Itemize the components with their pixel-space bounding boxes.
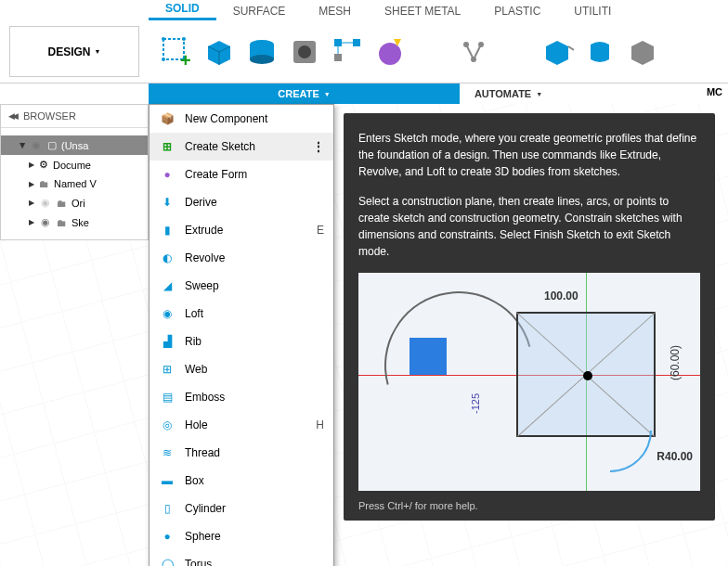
component-icon: ▢ <box>47 139 57 151</box>
tree-item-named-views[interactable]: ▶ 🖿 Named V <box>1 174 148 193</box>
tab-sheet-metal[interactable]: SHEET METAL <box>368 2 477 20</box>
dim-left: -125 <box>470 393 481 414</box>
menu-label: Sweep <box>185 279 219 292</box>
menu-torus[interactable]: ◯Torus <box>150 550 333 566</box>
sketch-tool-icon[interactable]: + <box>158 33 195 71</box>
tab-utilities[interactable]: UTILITI <box>557 2 628 20</box>
tree-label: Ske <box>72 217 89 228</box>
menu-label: Emboss <box>185 391 225 404</box>
menu-label: Create Form <box>185 168 247 181</box>
tooltip-para1: Enters Sketch mode, where you create geo… <box>358 130 700 180</box>
menu-label: Thread <box>185 446 220 459</box>
plastic-rib-icon[interactable] <box>624 33 661 71</box>
panel-bar: CREATE AUTOMATE MC <box>0 84 728 104</box>
menu-cylinder[interactable]: ▯Cylinder <box>150 495 333 522</box>
menu-label: Hole <box>185 418 208 431</box>
emboss-icon: ▤ <box>159 389 176 405</box>
dim-radius: R40.00 <box>656 450 693 463</box>
menu-revolve[interactable]: ◐Revolve <box>150 244 333 272</box>
ribbon-tabs: SOLID SURFACE MESH SHEET METAL PLASTIC U… <box>0 0 728 20</box>
svg-point-8 <box>250 55 274 64</box>
visibility-icon[interactable]: ◉ <box>39 216 52 228</box>
automate-icon[interactable] <box>455 33 492 71</box>
visibility-hidden-icon[interactable]: ◉ <box>39 197 52 209</box>
tree-label: (Unsa <box>61 140 88 151</box>
tooltip-panel: Enters Sketch mode, where you create geo… <box>344 113 715 521</box>
tooltip-para2: Select a construction plane, then create… <box>358 193 700 260</box>
derive-icon: ⬇ <box>159 194 176 211</box>
tree-item-origin[interactable]: ▶ ◉ 🖿 Ori <box>1 193 148 212</box>
menu-derive[interactable]: ⬇Derive <box>150 188 333 216</box>
solid-tools: + <box>149 20 418 83</box>
rib-icon: ▟ <box>159 333 176 350</box>
browser-header[interactable]: BROWSER <box>1 105 148 128</box>
design-workspace-button[interactable]: DESIGN <box>9 26 139 77</box>
menu-extrude[interactable]: ▮ExtrudeE <box>150 216 333 244</box>
box-tool-icon[interactable] <box>201 33 238 71</box>
tree-root[interactable]: ▶ ◉ ▢ (Unsa <box>1 135 148 155</box>
svg-point-16 <box>379 43 401 65</box>
expand-icon: ▶ <box>29 180 34 188</box>
menu-label: Rib <box>185 335 202 348</box>
tab-surface[interactable]: SURFACE <box>216 2 303 20</box>
menu-label: Extrude <box>185 224 223 237</box>
pattern-tool-icon[interactable] <box>329 33 366 71</box>
browser-panel: BROWSER ▶ ◉ ▢ (Unsa ▶ ⚙ Docume ▶ 🖿 Named… <box>0 104 149 240</box>
workspace-canvas[interactable]: BROWSER ▶ ◉ ▢ (Unsa ▶ ⚙ Docume ▶ 🖿 Named… <box>0 104 728 566</box>
shortcut-label: E <box>317 224 324 237</box>
visibility-icon[interactable]: ◉ <box>30 139 43 151</box>
menu-loft[interactable]: ◉Loft <box>150 300 333 328</box>
tab-solid[interactable]: SOLID <box>149 0 216 20</box>
tree-label: Docume <box>53 160 91 171</box>
menu-web[interactable]: ⊞Web <box>150 355 333 383</box>
svg-point-10 <box>298 45 311 58</box>
tree-item-document[interactable]: ▶ ⚙ Docume <box>1 155 148 174</box>
svg-text:+: + <box>180 50 191 69</box>
menu-label: Torus <box>185 558 212 566</box>
menu-sweep[interactable]: ◢Sweep <box>150 272 333 300</box>
automate-panel-button[interactable]: AUTOMATE <box>460 84 557 104</box>
tab-mesh[interactable]: MESH <box>302 2 368 20</box>
menu-new-component[interactable]: 📦New Component <box>150 105 333 133</box>
sphere-icon: ● <box>159 528 176 545</box>
expand-icon: ▶ <box>29 218 34 226</box>
menu-thread[interactable]: ≋Thread <box>150 439 333 467</box>
revolve-icon: ◐ <box>159 250 176 266</box>
plastic-box-icon[interactable] <box>539 33 576 71</box>
menu-create-form[interactable]: ●Create Form <box>150 161 333 188</box>
form-tool-icon[interactable] <box>371 33 409 71</box>
sweep-icon: ◢ <box>159 277 176 294</box>
menu-label: Revolve <box>185 251 225 264</box>
plastic-shell-icon[interactable] <box>581 33 618 71</box>
hole-icon: ◎ <box>159 417 176 433</box>
tree-item-sketches[interactable]: ▶ ◉ 🖿 Ske <box>1 212 148 232</box>
menu-label: New Component <box>185 112 267 125</box>
menu-label: Sphere <box>185 530 221 543</box>
menu-label: Derive <box>185 196 217 209</box>
menu-hole[interactable]: ◎HoleH <box>150 411 333 439</box>
menu-label: Loft <box>185 307 203 320</box>
expand-icon: ▶ <box>19 143 27 148</box>
gear-icon: ⚙ <box>39 159 48 171</box>
svg-rect-11 <box>334 39 342 46</box>
svg-rect-12 <box>334 54 342 61</box>
tooltip-preview-image: 100.00 (60.00) R40.00 -125 <box>358 273 700 491</box>
expand-icon: ▶ <box>29 161 34 169</box>
cylinder-tool-icon[interactable] <box>243 33 280 71</box>
menu-box[interactable]: ▬Box <box>150 467 333 495</box>
thread-icon: ≋ <box>159 444 176 461</box>
new-component-icon: 📦 <box>159 110 176 127</box>
web-icon: ⊞ <box>159 361 176 378</box>
hole-tool-icon[interactable] <box>286 33 323 71</box>
create-dropdown-menu: 📦New Component ⊞Create Sketch ●Create Fo… <box>149 104 334 566</box>
tab-plastic[interactable]: PLASTIC <box>477 2 557 20</box>
menu-create-sketch[interactable]: ⊞Create Sketch <box>150 133 333 161</box>
create-panel-button[interactable]: CREATE <box>149 84 460 104</box>
menu-rib[interactable]: ▟Rib <box>150 328 333 355</box>
menu-label: Web <box>185 363 207 376</box>
dim-top: 100.00 <box>544 289 578 302</box>
box-icon: ▬ <box>159 472 176 489</box>
browser-tree: ▶ ◉ ▢ (Unsa ▶ ⚙ Docume ▶ 🖿 Named V ▶ ◉ 🖿… <box>1 128 148 239</box>
menu-sphere[interactable]: ●Sphere <box>150 522 333 550</box>
menu-emboss[interactable]: ▤Emboss <box>150 383 333 411</box>
